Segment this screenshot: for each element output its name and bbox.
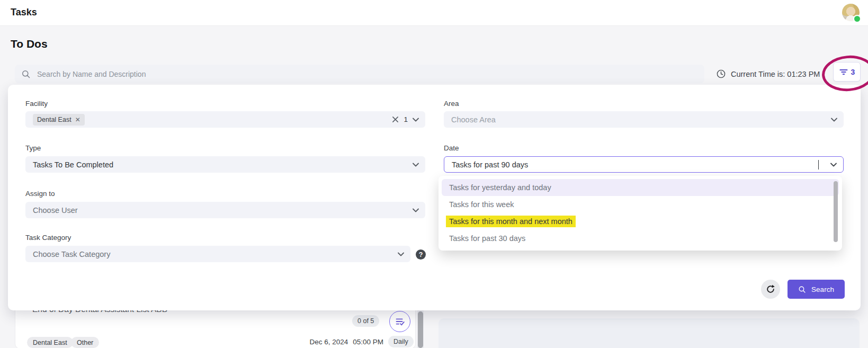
facility-select[interactable]: Dental East ✕ 1 — [25, 111, 425, 128]
clear-selection-icon[interactable] — [392, 116, 399, 123]
facility-selected-count: 1 — [404, 115, 408, 123]
filter-count-badge: 3 — [851, 68, 855, 76]
task-tag-facility: Dental East — [27, 337, 73, 348]
type-label: Type — [25, 144, 425, 152]
chevron-down-icon — [830, 163, 837, 167]
filter-panel: Facility Dental East ✕ 1 Area Choose Are… — [8, 85, 861, 310]
facility-label: Facility — [25, 100, 425, 108]
area-placeholder: Choose Area — [451, 115, 496, 124]
date-option[interactable]: Tasks for past 30 days — [442, 230, 839, 247]
assign-to-select[interactable]: Choose User — [25, 202, 425, 218]
tasks-page: End of Day Dental Assistant List ABB 0 o… — [0, 0, 868, 348]
date-value: Tasks for past 90 days — [452, 160, 528, 169]
date-option[interactable]: Tasks for this week — [442, 196, 839, 213]
date-label: Date — [444, 144, 844, 152]
assign-to-label: Assign to — [25, 190, 425, 198]
chevron-down-icon — [398, 252, 404, 256]
date-dropdown: Tasks for yesterday and today Tasks for … — [439, 176, 842, 251]
facility-chip-label: Dental East — [37, 116, 71, 123]
assign-to-placeholder: Choose User — [33, 206, 78, 215]
task-category-select[interactable]: Choose Task Category — [25, 246, 410, 262]
area-select[interactable]: Choose Area — [444, 111, 844, 128]
task-due-date: Dec 6, 2024 — [309, 338, 348, 346]
refresh-button[interactable] — [761, 280, 780, 299]
right-content-panel — [439, 318, 860, 348]
search-input[interactable] — [36, 69, 704, 79]
search-bar[interactable] — [15, 65, 704, 83]
clock-icon — [716, 69, 726, 79]
search-submit-button[interactable]: Search — [788, 280, 845, 299]
date-option[interactable]: Tasks for yesterday and today — [442, 179, 839, 196]
highlighted-option-text: Tasks for this month and next month — [446, 216, 576, 227]
current-time: Current Time is: 01:23 PM — [716, 65, 820, 83]
chevron-down-icon — [413, 208, 419, 212]
current-time-label: Current Time is: 01:23 PM — [731, 70, 820, 78]
area-label: Area — [444, 100, 844, 108]
chevron-down-icon — [413, 118, 419, 122]
task-due-time: 05:00 PM — [353, 338, 383, 346]
type-value: Tasks To Be Completed — [33, 160, 113, 169]
online-status-dot — [853, 15, 861, 23]
date-select[interactable]: Tasks for past 90 days — [444, 156, 844, 173]
task-recurrence-badge: Daily — [388, 336, 414, 347]
date-option-highlighted[interactable]: Tasks for this month and next month — [442, 213, 839, 230]
search-icon — [21, 69, 31, 79]
facility-chip: Dental East ✕ — [33, 114, 85, 126]
list-scrollbar-thumb[interactable] — [418, 311, 423, 348]
dropdown-scrollbar-thumb[interactable] — [834, 181, 838, 242]
chevron-down-icon — [413, 163, 419, 167]
task-category-placeholder: Choose Task Category — [33, 250, 110, 258]
app-header: Tasks — [0, 0, 868, 26]
help-icon[interactable]: ? — [416, 249, 426, 260]
filter-button[interactable]: 3 — [833, 62, 861, 82]
search-icon — [798, 285, 806, 293]
task-tag-category: Other — [71, 337, 99, 348]
type-select[interactable]: Tasks To Be Completed — [25, 156, 425, 173]
app-title: Tasks — [11, 7, 37, 18]
refresh-icon — [765, 284, 776, 295]
chip-remove-icon[interactable]: ✕ — [75, 117, 80, 123]
page-title: To Dos — [11, 38, 48, 50]
task-progress-badge: 0 of 5 — [352, 315, 379, 327]
checklist-button[interactable] — [389, 311, 410, 332]
filter-icon — [839, 68, 848, 76]
text-cursor — [818, 160, 819, 169]
task-due-datetime: Dec 6, 2024 05:00 PM — [270, 338, 383, 346]
chevron-down-icon — [831, 118, 837, 122]
search-button-label: Search — [811, 285, 834, 293]
task-category-label: Task Category — [25, 234, 425, 242]
checklist-icon — [394, 316, 406, 327]
